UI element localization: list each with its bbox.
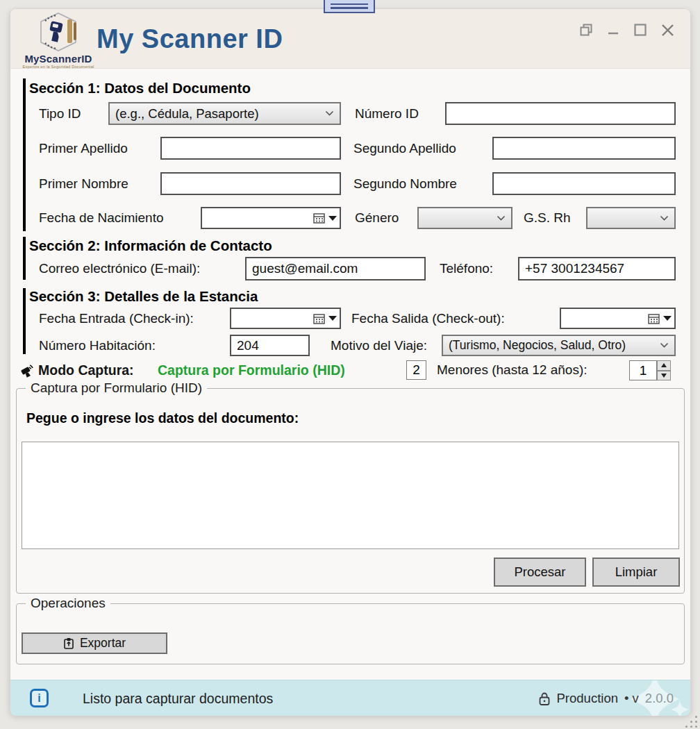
segundo-apellido-input[interactable]: [492, 137, 676, 160]
hid-groupbox-title: Captura por Formulario (HID): [26, 380, 207, 396]
tipo-id-label: Tipo ID: [39, 102, 81, 125]
app-logo: MyScannerID Expertos en la Seguridad Doc…: [22, 12, 95, 68]
primer-nombre-input[interactable]: [160, 172, 341, 195]
version-number: 2.0.0: [645, 691, 674, 706]
checkout-datepicker[interactable]: [560, 308, 676, 329]
chevron-down-icon: [660, 215, 669, 221]
habitacion-input[interactable]: [230, 335, 310, 356]
window-controls: [578, 20, 675, 40]
status-bar: i Listo para capturar documentos Product…: [10, 680, 690, 716]
scanner-gun-icon: [18, 362, 35, 379]
capture-mode-label: Modo Captura:: [38, 360, 134, 380]
status-environment: Production • v 2.0.0: [538, 680, 674, 716]
exportar-button-label: Exportar: [80, 636, 126, 651]
section2-title: Sección 2: Información de Contacto: [29, 237, 272, 254]
procesar-button[interactable]: Procesar: [494, 558, 586, 587]
fecha-nacimiento-datepicker[interactable]: [201, 207, 341, 229]
version-prefix: • v: [624, 691, 639, 706]
page-title: My Scanner ID: [97, 24, 283, 54]
motivo-value: (Turismo, Negocios, Salud, Otro): [449, 338, 626, 353]
section3-accent-bar: [23, 288, 26, 354]
habitacion-label: Número Habitación:: [39, 335, 156, 356]
limpiar-button[interactable]: Limpiar: [592, 558, 680, 587]
segundo-nombre-input[interactable]: [492, 172, 676, 195]
window-drag-handle[interactable]: [324, 0, 375, 13]
email-label: Correo electrónico (E-mail):: [39, 257, 200, 280]
chevron-down-icon: [497, 215, 506, 221]
checkin-datepicker[interactable]: [230, 308, 341, 329]
dropdown-arrow-icon: [663, 316, 672, 321]
section1-title: Sección 1: Datos del Documento: [29, 80, 251, 97]
genero-select[interactable]: [417, 207, 512, 229]
dropdown-arrow-icon: [328, 316, 337, 321]
motivo-select[interactable]: (Turismo, Negocios, Salud, Otro): [442, 335, 676, 356]
motivo-label: Motivo del Viaje:: [331, 335, 427, 356]
checkout-label: Fecha Salida (Check-out):: [351, 308, 505, 329]
clipboard-icon: [63, 637, 74, 649]
close-icon[interactable]: [660, 22, 675, 37]
guest-count-field[interactable]: 2: [406, 360, 426, 380]
resize-grip[interactable]: [683, 717, 699, 729]
menores-label: Menores (hasta 12 años):: [437, 360, 588, 380]
section3-title: Sección 3: Detalles de la Estancia: [29, 288, 258, 305]
telefono-input[interactable]: [518, 257, 676, 280]
app-window: MyScannerID Expertos en la Seguridad Doc…: [10, 8, 691, 715]
checkin-label: Fecha Entrada (Check-in):: [39, 308, 194, 329]
segundo-nombre-label: Segundo Nombre: [353, 172, 457, 195]
procesar-button-label: Procesar: [514, 564, 565, 580]
numero-id-input[interactable]: [445, 102, 676, 125]
telefono-label: Teléfono:: [440, 257, 493, 280]
menores-value[interactable]: 1: [629, 360, 657, 380]
primer-nombre-label: Primer Nombre: [39, 172, 128, 195]
exportar-button[interactable]: Exportar: [22, 632, 167, 654]
calendar-icon: [313, 212, 325, 224]
info-icon: i: [30, 689, 49, 707]
primer-apellido-label: Primer Apellido: [39, 137, 128, 160]
chevron-down-icon: [325, 110, 334, 117]
segundo-apellido-label: Segundo Apellido: [353, 137, 456, 160]
tipo-id-select[interactable]: (e.g., Cédula, Pasaporte): [108, 102, 341, 125]
menores-stepper[interactable]: 1: [629, 360, 671, 380]
fecha-nacimiento-label: Fecha de Nacimiento: [39, 207, 164, 229]
stepper-up-icon[interactable]: [657, 360, 671, 371]
chevron-down-icon: [660, 342, 669, 349]
capture-mode-value: Captura por Formulario (HID): [158, 360, 345, 380]
email-input[interactable]: [245, 257, 426, 280]
numero-id-label: Número ID: [355, 102, 419, 125]
section1-accent-bar: [23, 78, 26, 231]
stepper-down-icon[interactable]: [657, 371, 671, 381]
lock-icon: [538, 692, 551, 706]
limpiar-button-label: Limpiar: [615, 564, 658, 580]
environment-label: Production: [557, 691, 618, 706]
tipo-id-value: (e.g., Cédula, Pasaporte): [115, 106, 259, 122]
hid-instruction: Pegue o ingrese los datos del documento:: [26, 410, 299, 426]
gs-rh-select[interactable]: [586, 207, 676, 229]
primer-apellido-input[interactable]: [160, 137, 341, 160]
gs-rh-label: G.S. Rh: [524, 207, 571, 229]
calendar-icon: [648, 313, 660, 324]
logo-wordmark: MyScannerID: [22, 53, 95, 65]
genero-label: Género: [355, 207, 399, 229]
calendar-icon: [313, 313, 325, 324]
scanner-gun-badge-icon: [28, 12, 88, 51]
minimize-icon[interactable]: [606, 22, 621, 37]
logo-tagline: Expertos en la Seguridad Documental: [22, 65, 95, 69]
section2-accent-bar: [23, 237, 26, 280]
maximize-icon[interactable]: [633, 22, 648, 37]
document-data-textarea[interactable]: [22, 442, 679, 549]
drag-handle-line: [331, 7, 368, 9]
operations-groupbox-title: Operaciones: [26, 596, 110, 611]
drag-handle-line: [331, 3, 368, 6]
dropdown-arrow-icon: [328, 216, 337, 221]
titlebar: MyScannerID Expertos en la Seguridad Doc…: [10, 9, 690, 69]
restore-icon[interactable]: [578, 22, 594, 37]
status-message: Listo para capturar documentos: [83, 680, 273, 716]
